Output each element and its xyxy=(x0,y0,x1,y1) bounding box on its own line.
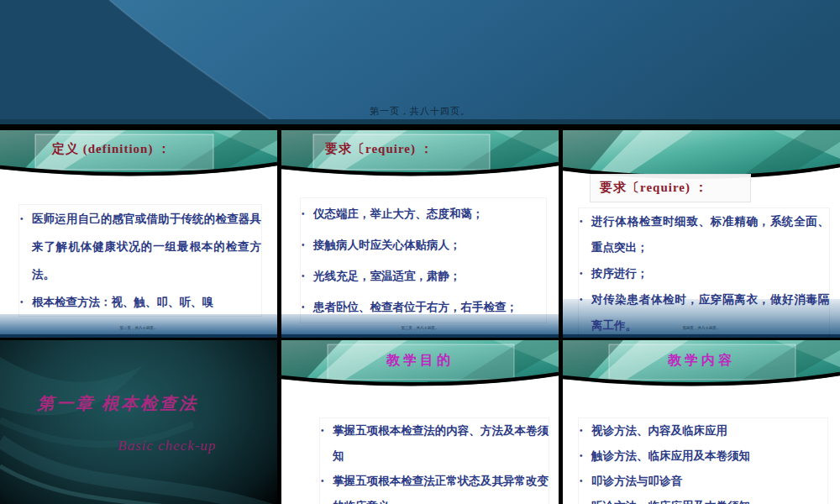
bullet-item: 光线充足，室温适宜，肃静； xyxy=(301,260,546,291)
slide-body: 视诊方法、内容及临床应用 触诊方法、临床应用及本卷须知 叩诊方法与叩诊音 听诊方… xyxy=(578,417,828,504)
slide-thumbnail-chapter-title[interactable]: 第一章 根本检查法 Basic check-up xyxy=(0,340,277,504)
slide-title: 教学内容 xyxy=(563,352,840,370)
chapter-subtitle: Basic check-up xyxy=(118,438,216,454)
slide-page-footer: 第三页，共八十四页。 xyxy=(316,325,524,331)
bullet-item: 掌握五项根本检查法的内容、方法及本卷须知 xyxy=(320,418,549,469)
bullet-item: 接触病人时应关心体贴病人； xyxy=(301,229,546,260)
slide-title: 教学目的 xyxy=(281,352,559,370)
slide-body: 进行体格检查时细致、标准精确，系统全面、重点突出； 按序进行； 对传染患者体检时… xyxy=(578,207,830,338)
slide-body: 医师运用自己的感官或借助于传统的检查器具来了解机体健康状况的一组最根本的检查方法… xyxy=(18,204,262,317)
slide-title: 要求〔require) ： xyxy=(325,141,433,157)
bullet-item: 仪态端庄，举止大方、态度和蔼； xyxy=(301,198,546,229)
bullet-item: 医师运用自己的感官或借助于传统的检查器具来了解机体健康状况的一组最根本的检查方法… xyxy=(19,205,261,288)
slide-thumbnail-teaching-goal[interactable]: 教学目的 掌握五项根本检查法的内容、方法及本卷须知 掌握五项根本检查法正常状态及… xyxy=(281,340,559,504)
slide-thumbnail-require-2[interactable]: 要求〔require) ： 进行体格检查时细致、标准精确，系统全面、重点突出； … xyxy=(563,130,840,338)
bullet-item: 根本检查方法：视、触、叩、听、嗅 xyxy=(19,288,261,316)
bullet-item: 进行体格检查时细致、标准精确，系统全面、重点突出； xyxy=(579,208,829,260)
slide-title: 定义 (definition) ： xyxy=(52,141,171,157)
slide-thumbnail-definition[interactable]: 定义 (definition) ： 医师运用自己的感官或借助于传统的检查器具来了… xyxy=(0,130,277,338)
slide-body: 仪态端庄，举止大方、态度和蔼； 接触病人时应关心体贴病人； 光线充足，室温适宜，… xyxy=(300,197,547,323)
bullet-item: 患者卧位、检查者位于右方，右手检查； xyxy=(301,291,546,323)
banner-page-footer: 第一页，共八十四页。 xyxy=(0,105,840,118)
slide-title: 要求〔require) ： xyxy=(600,180,708,196)
slide-thumbnail-teaching-content[interactable]: 教学内容 视诊方法、内容及临床应用 触诊方法、临床应用及本卷须知 叩诊方法与叩诊… xyxy=(563,340,840,504)
slide-page-footer: 第四页，共八十四页。 xyxy=(597,325,806,331)
title-banner-slide[interactable]: 第一页，共八十四页。 xyxy=(0,0,840,124)
chapter-title: 第一章 根本检查法 xyxy=(37,392,198,415)
slide-body: 掌握五项根本检查法的内容、方法及本卷须知 掌握五项根本检查法正常状态及其异常改变… xyxy=(319,417,549,504)
chapter-slide-background-art xyxy=(0,340,277,504)
slide-page-footer: 第二页，共八十四页。 xyxy=(34,325,243,331)
bullet-item: 听诊方法、临床应用及本卷须知 xyxy=(579,494,827,504)
bullet-item: 按序进行； xyxy=(579,260,829,286)
bullet-item: 掌握五项根本检查法正常状态及其异常改变的临床意义 xyxy=(320,469,549,504)
bullet-item: 触诊方法、临床应用及本卷须知 xyxy=(579,444,827,469)
slide-thumbnail-require-1[interactable]: 要求〔require) ： 仪态端庄，举止大方、态度和蔼； 接触病人时应关心体贴… xyxy=(281,130,559,338)
bullet-item: 视诊方法、内容及临床应用 xyxy=(579,418,827,444)
bullet-item: 叩诊方法与叩诊音 xyxy=(579,469,827,494)
